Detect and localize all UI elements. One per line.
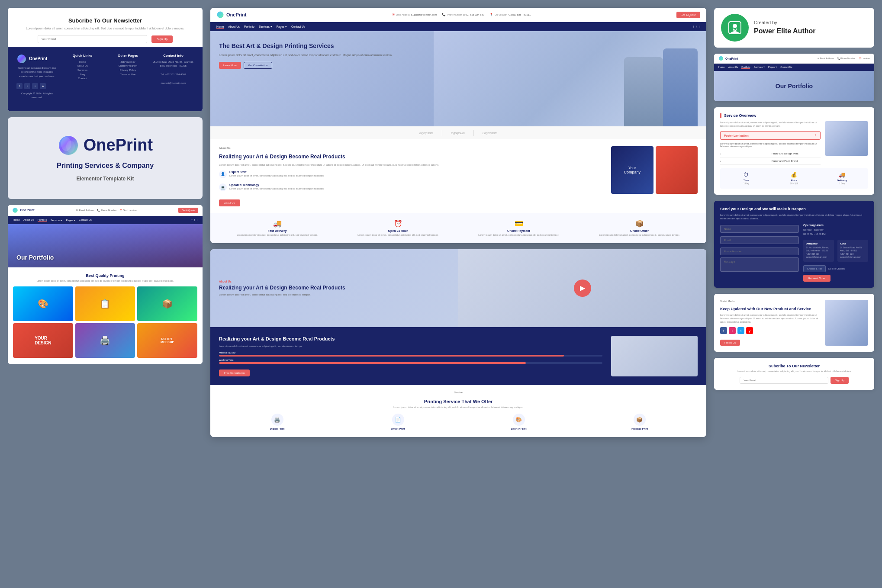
choose-file-button[interactable]: Choose a File (803, 265, 826, 272)
facebook-icon[interactable]: f (720, 327, 727, 334)
portfolio-fb-social[interactable]: f (192, 218, 193, 222)
portfolio-nav-services[interactable]: Services ▾ (51, 218, 63, 222)
newsletter-email-input[interactable] (38, 35, 148, 43)
product-icon-5: 🖨️ (75, 323, 135, 358)
nav-services[interactable]: Services ▾ (259, 25, 272, 29)
logo-divider-2 (473, 130, 474, 136)
progress-material-bar (219, 355, 602, 357)
newsletter-signup-button[interactable]: Sign Up (151, 35, 173, 43)
follow-us-button[interactable]: Follow Us (720, 340, 740, 346)
nav-fb-icon[interactable]: f (693, 25, 694, 29)
branch-kuta-phone: (+62) 814 223 (840, 253, 866, 256)
feature-card-payment: 💳 Online Payment Lorem ipsum dolor sit a… (460, 219, 577, 237)
portfolio-tw-social[interactable]: t (194, 218, 195, 222)
services-section-tag: Service (219, 391, 698, 395)
portfolio-products-title: Best Quality Printing (13, 273, 197, 278)
product-item-5: 🖨️ (75, 323, 135, 358)
footer-link-charity[interactable]: Charity Program (107, 64, 148, 68)
footer-link-about[interactable]: About Us (62, 64, 103, 68)
consultation-button[interactable]: Get Consultation (244, 62, 273, 69)
twitter-icon[interactable]: t (737, 327, 744, 334)
author-badge-label: Created by (754, 20, 777, 25)
rmh-nav-home[interactable]: Home (718, 66, 725, 69)
footer-link-services[interactable]: Services (62, 68, 103, 73)
order-name-input[interactable] (720, 225, 799, 233)
footer-link-contact[interactable]: Contact (62, 77, 103, 81)
author-badge-icon (721, 14, 749, 42)
footer-ig-icon[interactable]: i (24, 83, 30, 89)
brand-subtitle: Elementor Template Kit (76, 176, 134, 182)
footer-link-home[interactable]: Home (62, 60, 103, 64)
order-phone-input[interactable] (720, 247, 799, 255)
service-highlight-item: Poster Lamination ∧ (720, 131, 821, 140)
footer-link-terms[interactable]: Terms of Use (107, 73, 148, 77)
hero-background (434, 31, 706, 126)
nav-home[interactable]: Home (216, 25, 224, 29)
portfolio-quote-button[interactable]: Get A Quote (178, 208, 198, 213)
mockup2-hero-desc: Lorem ipsum dolor sit amet, consectetur … (219, 293, 450, 296)
services-desc: Lorem ipsum dolor sit amet, consectetur … (219, 406, 698, 409)
rmh-hero-text: Our Portfolio (776, 83, 813, 90)
footer-email: contact@domain.com (153, 81, 194, 86)
mockup-phone-label: Phone Number (447, 13, 462, 16)
rmh-nav-portfolio[interactable]: Portfolio (741, 66, 750, 69)
social-icons-row: f i t y (720, 327, 821, 334)
service-item-label-1: Photo and Design Print (772, 152, 821, 155)
mockup-location-value: Gatsu, Bali - 80111 (509, 13, 531, 16)
progress-working-label: Working Time (219, 359, 602, 361)
portfolio-products-desc: Lorem ipsum dolor sit amet, consectetur … (13, 280, 197, 282)
play-button[interactable]: ▶ (574, 280, 591, 297)
portfolio-nav-contact[interactable]: Contact Us (79, 218, 92, 222)
instagram-icon[interactable]: i (729, 327, 736, 334)
rmh-nav-pages[interactable]: Pages ▾ (768, 66, 777, 69)
mockup2-hero-bg: ▶ (458, 249, 706, 327)
nav-pages[interactable]: Pages ▾ (277, 25, 287, 29)
portfolio-nav-home[interactable]: Home (13, 218, 20, 222)
learn-more-button[interactable]: Learn More (219, 62, 241, 69)
service-item-arrow-2: › (720, 160, 769, 162)
footer-fb-icon[interactable]: f (16, 83, 23, 89)
newsletter-bottom-input[interactable] (740, 377, 828, 384)
service-item-paper: › Paper and Paint Brand (720, 157, 821, 165)
rmh-nav-contact[interactable]: Contact Us (780, 66, 792, 69)
partner-logo-1: logoipsum (419, 132, 433, 135)
rmh-nav-services[interactable]: Services ▾ (753, 66, 765, 69)
portfolio-nav-portfolio[interactable]: Portfolio (38, 218, 47, 222)
youtube-icon[interactable]: y (746, 327, 753, 334)
footer-logo-icon (16, 54, 27, 64)
order-email-input[interactable] (720, 236, 799, 244)
footer-link-job[interactable]: Job Vacancy (107, 60, 148, 64)
nav-portfolio[interactable]: Portfolio (244, 25, 254, 29)
partner-logo-3: Logoipsum (483, 132, 497, 135)
free-consult-button[interactable]: Free Consultation (219, 370, 250, 376)
order-message-input[interactable] (720, 257, 799, 272)
service-item-3: 🎨 Banner Print (460, 414, 577, 431)
rmh-nav-about[interactable]: About Us (728, 66, 738, 69)
newsletter-bottom-signup-button[interactable]: Sign Up (830, 377, 848, 384)
nav-about[interactable]: About Us (228, 25, 240, 29)
portfolio-nav-pages[interactable]: Pages ▾ (66, 218, 75, 222)
nav-tw-icon[interactable]: t (696, 25, 697, 29)
footer-otherpages-title: Other Pages (107, 54, 148, 58)
mockup-hero-content: The Best Art & Design Printing Services … (210, 31, 434, 126)
mockup-quote-button[interactable]: Get A Quote (676, 12, 700, 18)
progress-material: Material Quality (219, 351, 602, 357)
footer-link-privacy[interactable]: Privacy Policy (107, 68, 148, 73)
nav-ig-icon[interactable]: i (699, 25, 700, 29)
footer-tw-icon[interactable]: t (32, 83, 38, 89)
service-highlight-label: Poster Lamination (724, 134, 749, 137)
mockup2-section-tag: About Us (219, 280, 450, 283)
mockup-hero-title: The Best Art & Design Printing Services (219, 42, 425, 50)
mockup-topbar: OnePrint ✉ Email Address Support@domain.… (210, 8, 706, 22)
progress-material-label: Material Quality (219, 351, 602, 354)
left-column: Subcribe To Our Newsletter Lorem ipsum d… (8, 8, 203, 437)
about-us-button[interactable]: About Us (219, 199, 240, 206)
portfolio-nav-about[interactable]: About Us (23, 218, 34, 222)
portfolio-ig-social[interactable]: i (196, 218, 197, 222)
mockup-logo-icon (216, 11, 224, 19)
footer-link-blog[interactable]: Blog (62, 73, 103, 77)
request-order-button[interactable]: Request Order (803, 275, 830, 282)
footer-ln-icon[interactable]: in (40, 83, 46, 89)
branch-kuta-address: Jl. Sunset Road No.85, Kuta, Bali - 8036… (840, 246, 866, 253)
nav-contact[interactable]: Contact Us (291, 25, 305, 29)
